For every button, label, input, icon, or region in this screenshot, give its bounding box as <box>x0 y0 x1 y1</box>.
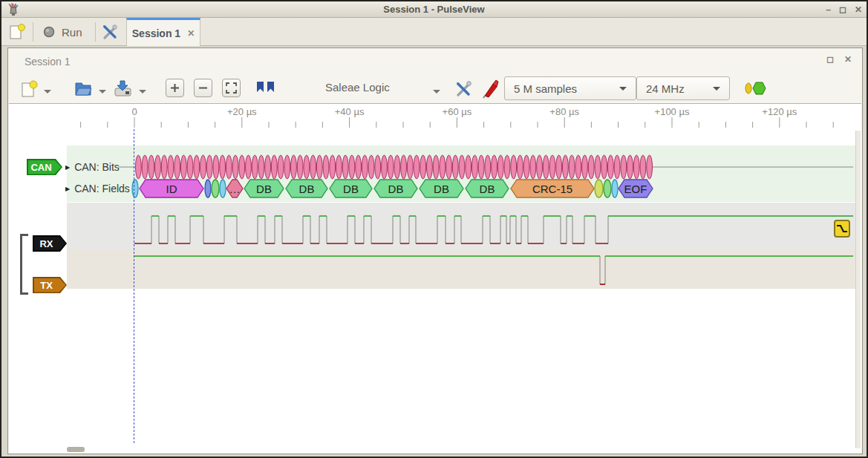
can-field-label: DB <box>434 183 449 195</box>
tab-close-icon[interactable]: ✕ <box>187 28 195 39</box>
plus-icon <box>170 83 180 93</box>
bits-row-label: CAN: Bits <box>74 161 120 173</box>
subwindow-title: Session 1 <box>25 56 70 68</box>
main-toolbar: Run Session 1 ✕ <box>1 18 867 46</box>
tab-label: Session 1 <box>132 27 180 39</box>
sample-rate-select[interactable]: 24 MHz <box>636 76 730 100</box>
titlebar: Session 1 - PulseView – ◻ ✕ <box>1 1 867 18</box>
expand-arrow-icon[interactable]: ▶ <box>65 164 70 171</box>
can-bit-annotation <box>174 155 180 179</box>
new-session-button[interactable] <box>9 18 25 46</box>
add-decoder-button[interactable] <box>743 81 767 99</box>
can-bit-annotation <box>633 155 639 179</box>
can-bit-annotation <box>187 155 193 179</box>
can-field-label: … <box>229 183 241 195</box>
can-bit-annotation <box>226 155 232 179</box>
can-bit-annotation <box>621 155 627 179</box>
sample-count-select[interactable]: 5 M samples <box>504 76 636 100</box>
can-bit-annotation <box>271 155 277 179</box>
can-field-annotation <box>212 180 219 197</box>
expand-arrow-icon[interactable]: ▶ <box>65 186 70 192</box>
save-dropdown-caret[interactable] <box>139 90 146 94</box>
device-config-button[interactable] <box>454 79 473 102</box>
can-bit-annotation <box>368 155 374 179</box>
can-bit-annotation <box>504 155 510 179</box>
can-field-label: DB <box>299 183 315 195</box>
can-field-label: DB <box>388 183 404 195</box>
open-dropdown-caret[interactable] <box>99 90 106 94</box>
new-dropdown-caret[interactable] <box>44 90 51 94</box>
can-bit-annotation <box>414 155 420 179</box>
zoom-in-button[interactable] <box>166 79 184 97</box>
can-bit-annotation <box>492 155 497 179</box>
sample-rate-value: 24 MHz <box>646 82 685 95</box>
can-bit-annotation <box>640 155 646 179</box>
can-bit-annotation <box>194 155 200 179</box>
horizontal-scrollbar-handle[interactable] <box>67 447 85 452</box>
decoder-tag-can[interactable]: CAN <box>27 159 62 175</box>
can-bit-annotation <box>252 155 258 179</box>
decoder-row-bits[interactable]: ▶ CAN: Bits <box>65 161 120 173</box>
vertical-scrollbar-track[interactable] <box>855 131 861 448</box>
channel-tag-rx[interactable]: RX <box>33 235 67 252</box>
zoom-fit-button[interactable] <box>222 79 241 97</box>
can-bit-annotation <box>569 155 575 179</box>
subwindow-close-button[interactable]: ✕ <box>844 54 852 65</box>
can-bit-annotation <box>530 155 536 179</box>
subwindow-restore-button[interactable]: ◻ <box>826 54 834 65</box>
can-field-label: ID <box>166 183 177 195</box>
sample-count-value: 5 M samples <box>514 82 577 95</box>
mdi-area: Session 1 ◻ ✕ <box>1 46 867 458</box>
tab-session-1[interactable]: Session 1 ✕ <box>126 18 200 46</box>
new-session-button[interactable] <box>20 79 38 102</box>
zoom-out-button[interactable] <box>194 79 212 97</box>
can-bit-annotation <box>394 155 400 179</box>
can-bit-annotation <box>232 155 238 179</box>
can-field-annotation <box>595 180 603 197</box>
time-cursor[interactable] <box>134 129 134 443</box>
can-bit-annotation <box>375 155 381 179</box>
can-bit-annotation <box>459 155 465 179</box>
channel-tag-tx[interactable]: TX <box>33 277 67 293</box>
open-folder-icon <box>74 79 93 97</box>
session-subwindow: Session 1 ◻ ✕ <box>7 48 863 454</box>
can-bit-annotation <box>239 155 245 179</box>
trace-view: 0+20 µs+40 µs+60 µs+80 µs+100 µs+120 µs … <box>9 103 861 454</box>
can-bit-annotation <box>511 155 517 179</box>
channel-group-bracket[interactable] <box>20 234 28 295</box>
trigger-marker[interactable] <box>834 220 850 238</box>
device-dropdown-caret[interactable] <box>433 90 440 94</box>
can-bit-annotation <box>330 155 336 179</box>
can-bit-annotation <box>200 155 206 179</box>
close-button[interactable]: ✕ <box>855 1 862 18</box>
save-icon <box>114 79 133 98</box>
can-field-annotation <box>220 180 226 197</box>
can-field-label: DB <box>343 183 359 195</box>
minimize-button[interactable]: – <box>826 1 831 18</box>
settings-button[interactable] <box>101 18 119 46</box>
channels-probe-button[interactable] <box>482 79 501 102</box>
can-bit-annotation <box>278 155 284 179</box>
run-state-icon <box>43 26 55 38</box>
can-bit-annotation <box>517 155 523 179</box>
flag-markers-icon <box>256 81 277 96</box>
can-bit-annotation <box>433 155 439 179</box>
open-button[interactable] <box>74 79 93 100</box>
can-bit-annotation <box>543 155 549 179</box>
save-button[interactable] <box>114 79 133 101</box>
zoom-to-markers-button[interactable] <box>256 81 277 99</box>
can-bit-annotation <box>213 155 219 179</box>
device-select-label[interactable]: Saleae Logic <box>325 81 390 94</box>
can-bit-annotation <box>135 155 141 179</box>
decoder-row-fields[interactable]: ▶ CAN: Fields <box>65 183 130 194</box>
can-bit-annotation <box>149 155 154 179</box>
can-field-annotation <box>205 180 211 197</box>
can-bit-annotation <box>401 155 407 179</box>
run-button[interactable]: Run <box>43 18 82 46</box>
can-field-label: EOF <box>624 183 647 195</box>
fields-row-label: CAN: Fields <box>74 183 130 194</box>
toolbar-separator <box>33 22 33 42</box>
maximize-button[interactable]: ◻ <box>839 1 846 18</box>
can-bit-annotation <box>142 155 148 179</box>
can-bit-annotation <box>420 155 426 179</box>
